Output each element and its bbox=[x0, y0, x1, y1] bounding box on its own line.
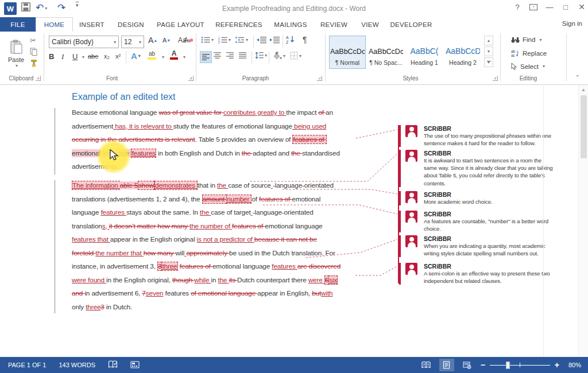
text-segment[interactable]: in advertisement 6, bbox=[84, 289, 142, 297]
scrollbar-thumb[interactable] bbox=[581, 95, 587, 158]
shrink-font-button[interactable]: A▼ bbox=[163, 37, 171, 44]
text-segment[interactable]: features of bbox=[180, 262, 212, 270]
borders-button[interactable]: ▾ bbox=[290, 52, 301, 60]
comment-1[interactable]: SCRiBBRThe use of too many prepositional… bbox=[399, 125, 544, 147]
text-segment[interactable]: of bbox=[252, 195, 259, 203]
text-segment[interactable]: translations (advertisements 1, 2 and 4) bbox=[72, 195, 187, 203]
text-segment[interactable]: the bbox=[218, 276, 229, 284]
align-right-button[interactable] bbox=[226, 52, 234, 59]
text-segment[interactable]: able 5 bbox=[120, 181, 138, 189]
document-text-line[interactable]: advertisement has, it is relevant to stu… bbox=[72, 121, 326, 134]
document-text-line[interactable]: language features stays about the same. … bbox=[72, 207, 314, 220]
document-text-line[interactable]: only three3 in Dutch. bbox=[72, 301, 132, 315]
text-segment[interactable]: emotional bbox=[292, 195, 320, 203]
line-spacing-button[interactable]: ▾ bbox=[255, 52, 267, 59]
text-segment[interactable]: how many bbox=[144, 249, 176, 257]
tab-home[interactable]: HOME bbox=[36, 17, 73, 32]
page-indicator[interactable]: PAGE 1 OF 1 bbox=[8, 362, 46, 368]
text-segment[interactable]: the bbox=[200, 208, 211, 216]
text-segment[interactable]: while bbox=[194, 276, 211, 284]
eraser-button[interactable]: A bbox=[184, 36, 193, 44]
document-area[interactable]: Example of an edited text Because emotio… bbox=[0, 85, 588, 357]
italic-button[interactable]: I bbox=[61, 52, 64, 61]
justify-button[interactable] bbox=[239, 52, 246, 59]
tab-design[interactable]: DESIGN bbox=[111, 17, 151, 32]
text-segment[interactable]: The information bbox=[72, 181, 120, 190]
vertical-scrollbar[interactable]: ▲ bbox=[578, 85, 588, 357]
document-text-line[interactable]: features that appear in the English orig… bbox=[72, 234, 317, 247]
zoom-in-icon[interactable]: + bbox=[555, 360, 559, 370]
text-segment[interactable]: were bbox=[308, 276, 324, 284]
document-heading[interactable]: Example of an edited text bbox=[72, 92, 176, 102]
text-segment[interactable]: though bbox=[172, 276, 194, 284]
font-color-dropdown-icon[interactable]: ▾ bbox=[183, 55, 185, 60]
tab-mailings[interactable]: MAILINGS bbox=[268, 17, 314, 32]
select-button[interactable]: Select▾ bbox=[511, 63, 545, 70]
text-segment[interactable]: six bbox=[328, 275, 338, 285]
align-left-button[interactable] bbox=[200, 51, 212, 63]
document-text-line[interactable]: foretold the number that how many will a… bbox=[72, 247, 335, 261]
text-segment[interactable]: -language-orientated bbox=[253, 208, 314, 216]
underline-button[interactable]: U bbox=[72, 52, 78, 61]
find-button[interactable]: Find▾ bbox=[511, 36, 541, 43]
underline-dropdown-icon[interactable]: ▾ bbox=[82, 55, 84, 60]
text-segment[interactable]: in Dutch. bbox=[105, 303, 132, 311]
font-dialog-launcher[interactable] bbox=[188, 76, 194, 81]
proofing-icon[interactable] bbox=[108, 360, 118, 370]
text-segment[interactable]: the number that bbox=[95, 249, 144, 257]
text-segment[interactable]: were found bbox=[72, 276, 106, 284]
text-segment[interactable]: adapted and bbox=[253, 149, 291, 157]
text-segment[interactable]: be used in the Dutch translation. For bbox=[229, 249, 335, 257]
document-text-line[interactable]: translations, it doesn’t matter how many… bbox=[72, 220, 323, 234]
show-hide-formatting-button[interactable]: ¶ bbox=[303, 35, 307, 44]
text-segment[interactable]: three bbox=[161, 262, 177, 271]
text-segment[interactable]: that in bbox=[198, 181, 217, 189]
text-segment[interactable]: only bbox=[72, 303, 86, 311]
tab-references[interactable]: REFERENCES bbox=[210, 17, 268, 32]
style-heading-1[interactable]: AaBbC(Heading 1 bbox=[406, 36, 443, 69]
text-segment[interactable]: of emotional language bbox=[191, 289, 257, 297]
zoom-level[interactable]: 80% bbox=[565, 362, 581, 368]
zoom-slider-handle[interactable] bbox=[506, 362, 510, 369]
text-segment[interactable]: in bbox=[211, 276, 218, 284]
text-segment[interactable]: show bbox=[138, 181, 154, 190]
text-segment[interactable]: stays about the same. In bbox=[126, 208, 200, 216]
text-segment[interactable]: translation bbox=[72, 222, 102, 230]
styles-more-icon[interactable]: ▼ bbox=[484, 57, 493, 67]
text-segment[interactable]: features bbox=[131, 149, 156, 158]
tab-page-layout[interactable]: PAGE LAYOUT bbox=[151, 17, 210, 32]
style-heading-2[interactable]: AaBbCcDHeading 2 bbox=[444, 36, 481, 69]
text-segment[interactable]: features that bbox=[72, 235, 110, 243]
shading-button[interactable]: ▾ bbox=[272, 52, 285, 60]
bullets-button[interactable]: ▾ bbox=[201, 36, 214, 44]
text-segment[interactable]: appear in English, bbox=[257, 289, 312, 297]
text-segment[interactable]: amount bbox=[202, 195, 227, 204]
minimize-icon[interactable]: — bbox=[546, 3, 554, 11]
font-name-select[interactable]: Calibri (Body)▾ bbox=[49, 36, 119, 48]
text-segment[interactable]: case of source bbox=[228, 181, 271, 189]
tab-review[interactable]: REVIEW bbox=[314, 17, 354, 32]
tab-view[interactable]: VIEW bbox=[354, 17, 386, 32]
text-segment[interactable]: and bbox=[72, 289, 84, 297]
text-segment[interactable]: features bbox=[163, 289, 191, 297]
text-segment[interactable]: appear in the English original bbox=[110, 235, 197, 243]
text-segment[interactable]: will bbox=[176, 249, 185, 257]
text-segment[interactable]: Because emotional language bbox=[72, 108, 158, 116]
text-segment[interactable]: of bbox=[318, 108, 326, 116]
macro-recording-icon[interactable] bbox=[130, 361, 140, 370]
comment-5[interactable]: SCRiBBRWhen you are indicating a quantit… bbox=[399, 235, 544, 257]
text-segment[interactable]: instance, in advertisement 3, bbox=[72, 262, 157, 270]
document-text-line[interactable]: translations (advertisements 1, 2 and 4)… bbox=[72, 193, 320, 207]
tab-file[interactable]: FILE bbox=[0, 17, 36, 32]
styles-scroll-down-icon[interactable]: ▼ bbox=[484, 46, 493, 56]
text-segment[interactable]: three bbox=[86, 303, 100, 311]
grow-font-button[interactable]: A▲ bbox=[148, 36, 157, 45]
text-segment[interactable]: because it can not be bbox=[254, 235, 317, 243]
text-segment[interactable]: features of bbox=[292, 135, 326, 144]
paragraph-dialog-launcher[interactable] bbox=[317, 76, 322, 81]
document-text-line[interactable]: instance, in advertisement 3, 3three fea… bbox=[72, 261, 341, 274]
comment-2[interactable]: SCRiBBRIt is awkward to start two senten… bbox=[399, 150, 544, 187]
text-segment[interactable]: the bbox=[291, 149, 302, 157]
text-segment[interactable]: in the English original, bbox=[106, 276, 172, 284]
text-segment[interactable]: features bbox=[272, 262, 297, 270]
